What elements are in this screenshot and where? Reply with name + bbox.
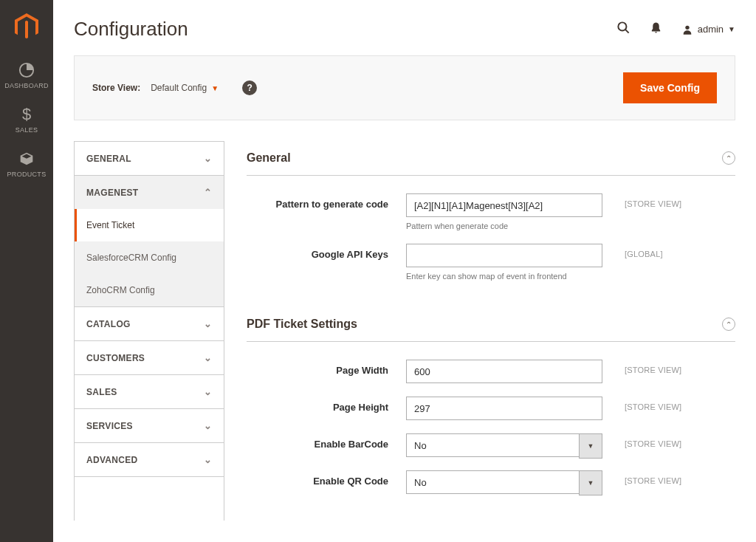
tab-header-services[interactable]: SERVICES ⌄: [75, 409, 224, 442]
config-tabs: GENERAL ⌄ MAGENEST ⌃ Event Ticket Salesf…: [74, 141, 224, 521]
chevron-down-icon: ⌄: [204, 420, 212, 431]
tab-group-general: GENERAL ⌄: [75, 142, 224, 176]
label-pattern: Pattern to generate code: [247, 193, 406, 210]
tab-header-catalog[interactable]: CATALOG ⌄: [75, 307, 224, 340]
section-general: General ⌃ Pattern to generate code Patte…: [247, 141, 735, 301]
section-header-pdf[interactable]: PDF Ticket Settings ⌃: [247, 307, 735, 342]
notifications-icon[interactable]: [650, 21, 662, 38]
label-enable-qrcode: Enable QR Code: [247, 470, 406, 487]
user-menu[interactable]: admin ▼: [681, 24, 735, 35]
scope-enable-qrcode: [STORE VIEW]: [602, 470, 684, 485]
collapse-icon: ⌃: [722, 151, 735, 165]
nav-products[interactable]: PRODUCTS: [0, 141, 53, 185]
select-enable-barcode[interactable]: No: [406, 433, 602, 457]
input-google-api[interactable]: [406, 244, 602, 267]
store-view-switcher[interactable]: Default Config ▼: [151, 83, 219, 93]
tab-header-general[interactable]: GENERAL ⌄: [75, 142, 224, 175]
caret-down-icon: ▼: [211, 84, 219, 92]
chevron-down-icon: ⌄: [204, 153, 212, 164]
dashboard-icon: [18, 61, 35, 79]
tab-header-sales[interactable]: SALES ⌄: [75, 375, 224, 408]
select-enable-qrcode[interactable]: No: [406, 470, 602, 494]
hint-google-api: Enter key can show map of event in front…: [406, 272, 602, 281]
chevron-down-icon: ⌄: [204, 454, 212, 465]
dollar-icon: $: [22, 106, 31, 123]
collapse-icon: ⌃: [722, 318, 735, 331]
scope-page-width: [STORE VIEW]: [602, 360, 684, 374]
svg-line-2: [625, 29, 629, 32]
chevron-down-icon: ⌄: [204, 386, 212, 397]
tab-item-event-ticket[interactable]: Event Ticket: [75, 209, 224, 241]
hint-pattern: Pattern when generate code: [406, 222, 602, 230]
input-page-width[interactable]: [406, 360, 602, 383]
scope-enable-barcode: [STORE VIEW]: [602, 433, 684, 448]
section-header-general[interactable]: General ⌃: [247, 141, 735, 176]
page-title: Configuration: [74, 18, 188, 41]
save-config-button[interactable]: Save Config: [623, 72, 717, 103]
tab-header-advanced[interactable]: ADVANCED ⌄: [75, 443, 224, 476]
tab-group-advanced: ADVANCED ⌄: [75, 443, 224, 477]
cube-icon: [19, 150, 34, 168]
label-google-api: Google API Keys: [247, 244, 406, 260]
svg-point-1: [618, 22, 626, 30]
input-page-height[interactable]: [406, 397, 602, 420]
chevron-up-icon: ⌃: [204, 187, 212, 198]
chevron-down-icon: ⌄: [204, 318, 212, 329]
nav-dashboard[interactable]: DASHBOARD: [0, 52, 53, 97]
scope-google-api: [GLOBAL]: [602, 244, 684, 258]
scope-pattern: [STORE VIEW]: [602, 193, 684, 208]
user-icon: [681, 24, 693, 35]
label-page-width: Page Width: [247, 360, 406, 376]
search-icon[interactable]: [616, 21, 630, 38]
scope-page-height: [STORE VIEW]: [602, 397, 684, 411]
page-toolbar: Store View: Default Config ▼ ? Save Conf…: [74, 55, 735, 120]
label-enable-barcode: Enable BarCode: [247, 433, 406, 450]
chevron-down-icon: ⌄: [204, 352, 212, 363]
store-view-label: Store View:: [92, 83, 140, 93]
caret-down-icon: ▼: [728, 25, 735, 33]
nav-sales[interactable]: $ SALES: [0, 97, 53, 141]
admin-sidebar: DASHBOARD $ SALES PRODUCTS: [0, 0, 53, 542]
help-icon[interactable]: ?: [242, 80, 257, 95]
tab-group-catalog: CATALOG ⌄: [75, 307, 224, 341]
tab-group-services: SERVICES ⌄: [75, 409, 224, 443]
tab-header-customers[interactable]: CUSTOMERS ⌄: [75, 341, 224, 374]
tab-item-zohocrm[interactable]: ZohoCRM Config: [75, 274, 224, 306]
svg-point-3: [685, 25, 689, 29]
tab-group-customers: CUSTOMERS ⌄: [75, 341, 224, 375]
tab-item-salesforcecrm[interactable]: SalesforceCRM Config: [75, 241, 224, 274]
input-pattern[interactable]: [406, 193, 602, 217]
section-pdf: PDF Ticket Settings ⌃ Page Width [STORE …: [247, 307, 735, 515]
tab-group-magenest: MAGENEST ⌃ Event Ticket SalesforceCRM Co…: [75, 176, 224, 307]
tab-header-magenest[interactable]: MAGENEST ⌃: [75, 176, 224, 209]
magento-logo[interactable]: [15, 0, 38, 52]
label-page-height: Page Height: [247, 397, 406, 413]
tab-group-sales: SALES ⌄: [75, 375, 224, 409]
